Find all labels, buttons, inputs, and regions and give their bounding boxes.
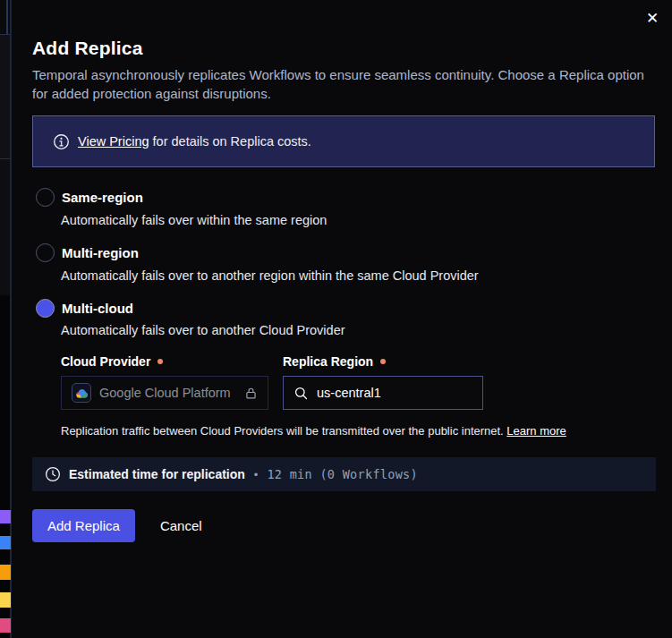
- option-label: Same-region: [62, 190, 143, 205]
- lock-icon: [243, 386, 259, 401]
- background-color-block: [0, 536, 11, 549]
- radio-option-same-region[interactable]: Same-region: [36, 188, 143, 207]
- pricing-banner: View Pricing for details on Replica cost…: [32, 115, 655, 167]
- radio-icon-same-region[interactable]: [36, 188, 55, 207]
- close-icon[interactable]: ✕: [642, 7, 663, 29]
- replica-region-field[interactable]: us-central1: [283, 376, 483, 410]
- background-divider: [6, 0, 8, 34]
- cloud-provider-label: Cloud Provider: [61, 354, 163, 369]
- estimate-separator: •: [254, 468, 259, 481]
- option-description: Automatically fails over to another Clou…: [61, 323, 345, 337]
- background-panel: [0, 159, 10, 295]
- banner-text: View Pricing for details on Replica cost…: [78, 134, 311, 149]
- background-panel: [0, 0, 10, 34]
- background-divider: [0, 158, 10, 159]
- estimate-value: 12 min (0 Workflows): [267, 467, 418, 481]
- option-description: Automatically fails over within the same…: [61, 213, 327, 227]
- add-replica-button[interactable]: Add Replica: [32, 509, 135, 542]
- radio-icon-multi-cloud[interactable]: [36, 299, 55, 318]
- replica-region-label: Replica Region: [283, 354, 386, 369]
- required-dot: [157, 359, 163, 364]
- required-dot: [380, 359, 386, 364]
- option-label: Multi-region: [62, 245, 139, 260]
- background-color-block: [0, 618, 11, 633]
- view-pricing-link[interactable]: View Pricing: [78, 134, 149, 149]
- estimated-time-bar: Estimated time for replication • 12 min …: [32, 457, 656, 491]
- background-panel: [0, 35, 10, 158]
- page-title: Add Replica: [32, 38, 143, 59]
- option-label: Multi-cloud: [62, 301, 133, 316]
- background-color-block: [0, 592, 11, 608]
- modal-actions: Add Replica Cancel: [32, 509, 204, 542]
- clock-icon: [45, 466, 61, 482]
- background-color-block: [0, 510, 11, 523]
- learn-more-link[interactable]: Learn more: [506, 424, 566, 438]
- option-description: Automatically fails over to another regi…: [61, 268, 479, 283]
- radio-option-multi-cloud[interactable]: Multi-cloud: [36, 299, 133, 318]
- info-icon: [53, 133, 70, 150]
- cancel-button[interactable]: Cancel: [158, 509, 204, 542]
- screen: ✕ Add Replica Temporal asynchronously re…: [0, 0, 672, 638]
- cloud-provider-value: Google Cloud Platform: [99, 386, 231, 400]
- cloud-provider-field: Google Cloud Platform: [61, 376, 268, 410]
- background-color-block: [0, 565, 11, 580]
- modal-description: Temporal asynchronously replicates Workf…: [32, 65, 660, 103]
- estimate-label: Estimated time for replication: [69, 467, 245, 481]
- radio-icon-multi-region[interactable]: [36, 243, 55, 262]
- background-page-strip: [0, 0, 12, 638]
- add-replica-modal: ✕ Add Replica Temporal asynchronously re…: [12, 0, 672, 638]
- replica-region-value[interactable]: us-central1: [317, 386, 381, 400]
- replication-note: Replication traffic between Cloud Provid…: [61, 424, 566, 438]
- background-divider: [0, 34, 10, 35]
- google-cloud-icon: [72, 383, 91, 403]
- search-icon: [293, 386, 309, 401]
- radio-option-multi-region[interactable]: Multi-region: [36, 243, 139, 262]
